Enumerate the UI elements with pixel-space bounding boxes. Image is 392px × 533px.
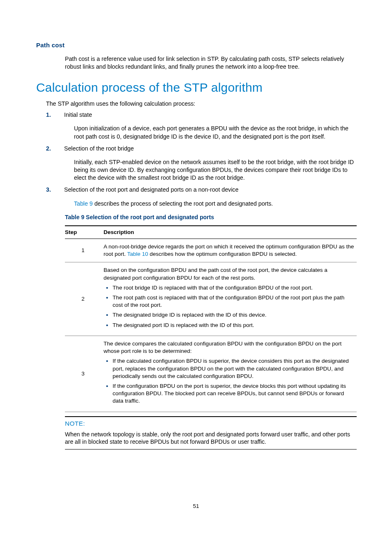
table-9: Step Description 1 A non-root-bridge dev…: [65, 225, 357, 412]
table-row: 2 Based on the configuration BPDU and th…: [65, 262, 357, 336]
list-number: 2.: [46, 145, 64, 156]
list-item: 1. Initial state: [46, 111, 356, 122]
list-number: 1.: [46, 111, 64, 122]
bullet-item: If the calculated configuration BPDU is …: [104, 357, 354, 380]
list-item: 2. Selection of the root bridge: [46, 145, 356, 156]
table-row: 1 A non-root-bridge device regards the p…: [65, 239, 357, 262]
list-number: 3.: [46, 186, 64, 197]
table-cell-step: 3: [65, 336, 104, 412]
list-item: 3. Selection of the root port and design…: [46, 186, 356, 197]
note-label: NOTE:: [65, 419, 357, 428]
row2-bullets: The root bridge ID is replaced with that…: [104, 284, 354, 329]
heading-calculation-process: Calculation process of the STP algorithm: [36, 79, 356, 96]
list-item-detail: Upon initialization of a device, each po…: [74, 125, 356, 140]
link-table-10[interactable]: Table 10: [127, 251, 148, 257]
table-header-step: Step: [65, 226, 104, 239]
table-header-description: Description: [104, 226, 357, 239]
note-body: When the network topology is stable, onl…: [65, 431, 357, 446]
calc-intro: The STP algorithm uses the following cal…: [46, 100, 356, 108]
page: Path cost Path cost is a reference value…: [0, 0, 392, 533]
table-cell-description: A non-root-bridge device regards the por…: [104, 239, 357, 262]
list-item-title: Selection of the root port and designate…: [64, 186, 356, 194]
note-block: NOTE: When the network topology is stabl…: [65, 416, 357, 450]
bullet-item: The designated port ID is replaced with …: [104, 322, 354, 329]
bullet-item: The designated bridge ID is replaced wit…: [104, 311, 354, 319]
bullet-item: The root bridge ID is replaced with that…: [104, 284, 354, 292]
row1-text-after: describes how the optimum configuration …: [148, 251, 297, 257]
row2-lead: Based on the configuration BPDU and the …: [104, 266, 354, 281]
table-cell-description: The device compares the calculated confi…: [104, 336, 357, 412]
row3-lead: The device compares the calculated confi…: [104, 340, 354, 355]
page-number: 51: [0, 503, 392, 510]
path-cost-paragraph: Path cost is a reference value used for …: [65, 55, 356, 71]
table-9-caption: Table 9 Selection of the root port and d…: [65, 213, 356, 221]
heading-path-cost: Path cost: [36, 41, 356, 49]
list-item-detail-text: describes the process of selecting the r…: [93, 200, 273, 207]
bullet-item: If the configuration BPDU on the port is…: [104, 382, 354, 405]
list-item-title: Selection of the root bridge: [64, 145, 356, 153]
list-item-detail: Initially, each STP-enabled device on th…: [74, 158, 356, 182]
table-cell-step: 2: [65, 262, 104, 336]
list-item-detail: Table 9 describes the process of selecti…: [74, 200, 356, 208]
link-table-9[interactable]: Table 9: [74, 200, 93, 207]
table-row: 3 The device compares the calculated con…: [65, 336, 357, 412]
list-item-title: Initial state: [64, 111, 356, 119]
row3-bullets: If the calculated configuration BPDU is …: [104, 357, 354, 405]
bullet-item: The root path cost is replaced with that…: [104, 294, 354, 309]
table-cell-step: 1: [65, 239, 104, 262]
table-cell-description: Based on the configuration BPDU and the …: [104, 262, 357, 336]
calc-steps-list: 1. Initial state Upon initialization of …: [46, 111, 356, 208]
